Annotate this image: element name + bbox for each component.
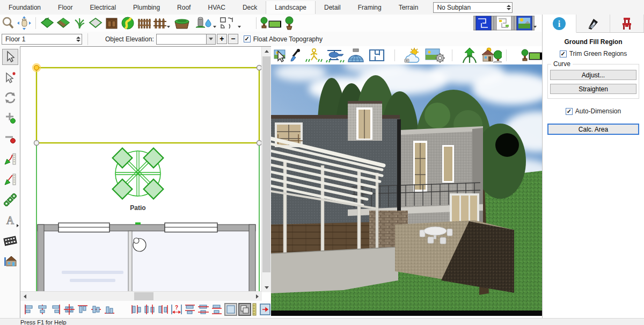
- calc-area-button[interactable]: Calc. Area: [547, 124, 639, 135]
- text-tool[interactable]: A: [2, 212, 18, 228]
- float-above-topography-checkbox[interactable]: ✓: [244, 35, 251, 42]
- distribute-middles-button[interactable]: [197, 302, 210, 316]
- tab-deck[interactable]: Deck: [234, 1, 266, 14]
- add-point-tool[interactable]: [2, 110, 18, 126]
- trim-green-regions-checkbox[interactable]: ✓: [560, 50, 567, 57]
- align-bottom-button[interactable]: [103, 302, 116, 316]
- view-dropdown-icon[interactable]: [533, 26, 537, 28]
- floor-selector[interactable]: Floor 1: [2, 34, 82, 45]
- dirt-region-tool[interactable]: [55, 16, 71, 31]
- eyedropper-tool[interactable]: [288, 48, 304, 63]
- plant-growth-scale[interactable]: [260, 16, 281, 31]
- fence-tool[interactable]: [136, 16, 152, 31]
- tab-electrical[interactable]: Electrical: [81, 1, 125, 14]
- landscape-view-button[interactable]: [514, 15, 535, 31]
- tab-terrain[interactable]: Terrain: [390, 1, 427, 14]
- line-dimension-tool[interactable]: [2, 171, 18, 187]
- select-object-tool[interactable]: [2, 69, 18, 85]
- align-center-vertical-button[interactable]: [36, 302, 49, 316]
- align-left-button[interactable]: [23, 302, 36, 316]
- align-top-button[interactable]: [76, 302, 90, 316]
- floorplan-overlay-tool[interactable]: [367, 48, 387, 63]
- horizontal-scroll-thumb[interactable]: [134, 292, 153, 300]
- straighten-button[interactable]: Straighten: [550, 84, 636, 94]
- info-tab[interactable]: i: [543, 15, 576, 33]
- path-tool[interactable]: [120, 16, 136, 31]
- thin-ruler-button[interactable]: [252, 302, 258, 316]
- subplan-selector[interactable]: No Subplan: [433, 2, 513, 13]
- scroll-up-button[interactable]: [262, 47, 271, 56]
- vertical-scrollbar[interactable]: [261, 47, 271, 292]
- render-3d-view[interactable]: [271, 46, 542, 317]
- gray-region-tool[interactable]: [87, 16, 104, 31]
- align-middle-horizontal-button[interactable]: [90, 302, 103, 316]
- tab-roof[interactable]: Roof: [169, 1, 199, 14]
- render-settings-tool[interactable]: [424, 48, 445, 63]
- elevation-view-button[interactable]: [494, 15, 514, 31]
- object-elevation-input[interactable]: [156, 34, 206, 45]
- elevation-minus-button[interactable]: −: [228, 34, 238, 44]
- tree-tool[interactable]: [281, 16, 297, 31]
- align-center-both-button[interactable]: [63, 302, 76, 316]
- distribute-bottom-edges-button[interactable]: [210, 302, 224, 316]
- elevation-plus-button[interactable]: +: [217, 34, 227, 44]
- distribute-centers-vertical-button[interactable]: [143, 302, 156, 316]
- distribute-top-edges-button[interactable]: [184, 302, 197, 316]
- pan-tool[interactable]: [16, 16, 32, 31]
- pen-properties-tab[interactable]: [576, 15, 610, 32]
- horizontal-scrollbar[interactable]: [20, 291, 262, 301]
- scroll-left-button[interactable]: [20, 292, 30, 301]
- tab-detail[interactable]: Detail: [316, 1, 349, 14]
- vertical-scroll-thumb[interactable]: [262, 56, 270, 272]
- curve-dimension-tool[interactable]: [2, 151, 18, 167]
- walkthrough-person-tool[interactable]: [304, 48, 324, 63]
- plan-view-button[interactable]: [473, 15, 494, 31]
- tab-floor[interactable]: Floor: [49, 1, 81, 14]
- distribute-left-edges-button[interactable]: [129, 302, 143, 316]
- select-tool[interactable]: [2, 49, 18, 65]
- scroll-right-button[interactable]: [253, 292, 262, 301]
- house-view-tool[interactable]: [2, 253, 18, 269]
- tab-framing[interactable]: Framing: [349, 1, 390, 14]
- sky-settings-tool[interactable]: [402, 48, 424, 63]
- plant-tool[interactable]: [71, 16, 87, 31]
- tab-plumbing[interactable]: Plumbing: [125, 1, 169, 14]
- planter-tool[interactable]: [171, 16, 193, 31]
- selected-ground-fill-region[interactable]: [36, 68, 259, 143]
- tree-growth-scale[interactable]: [521, 48, 542, 63]
- delete-point-tool[interactable]: [2, 131, 18, 147]
- flyover-helicopter-tool[interactable]: [324, 48, 346, 63]
- auto-dimension-checkbox[interactable]: ✓: [566, 108, 573, 115]
- elevation-dropdown-button[interactable]: [206, 34, 216, 45]
- plan-2d-view[interactable]: Patio: [20, 46, 271, 301]
- furniture-tab[interactable]: [610, 15, 644, 32]
- adjust-button[interactable]: Adjust...: [550, 70, 636, 80]
- align-right-button[interactable]: [49, 302, 63, 316]
- plant-grow-tool[interactable]: [459, 48, 480, 63]
- spinner-arrows-icon[interactable]: [76, 37, 80, 42]
- select-3d-tool[interactable]: [273, 48, 288, 63]
- walkthrough-tool[interactable]: [2, 233, 18, 249]
- cascade-windows-button[interactable]: [238, 302, 252, 316]
- zoom-tool[interactable]: [0, 16, 16, 31]
- plant-growth-scale-icon: [260, 16, 281, 30]
- alignment-toolbar: ?: [20, 301, 271, 318]
- tab-landscape[interactable]: Landscape: [266, 1, 316, 14]
- scroll-down-button[interactable]: [262, 283, 271, 292]
- dome-view-tool[interactable]: [346, 48, 366, 63]
- snap-edge-button[interactable]: [258, 302, 271, 316]
- tab-hvac[interactable]: HVAC: [199, 1, 233, 14]
- zoom-region-button[interactable]: [224, 302, 238, 316]
- space-equally-button[interactable]: ?: [170, 302, 184, 316]
- environment-house-tool[interactable]: [480, 48, 502, 63]
- rotate-tool[interactable]: [2, 90, 18, 106]
- spinner-arrows-icon[interactable]: [507, 5, 511, 10]
- measure-chain-tool[interactable]: [2, 192, 18, 208]
- fountain-tool[interactable]: [193, 16, 214, 31]
- distribute-right-edges-button[interactable]: [156, 302, 170, 316]
- tab-foundation[interactable]: Foundation: [0, 1, 49, 14]
- gate-tool[interactable]: [104, 16, 120, 31]
- picket-fence-tool[interactable]: [152, 16, 168, 31]
- shapes-tool[interactable]: [217, 16, 239, 31]
- green-region-tool[interactable]: [39, 16, 55, 31]
